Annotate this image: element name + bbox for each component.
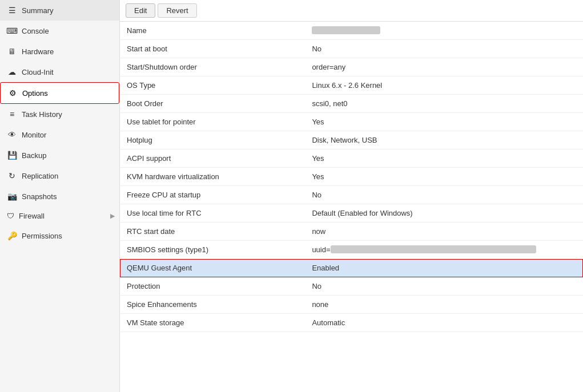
- sidebar-label-cloud-init: Cloud-Init: [22, 68, 54, 76]
- monitor-icon: 👁: [7, 130, 17, 140]
- option-value: Disk, Network, USB: [305, 131, 583, 149]
- snapshots-icon: 📷: [7, 191, 17, 201]
- table-row[interactable]: RTC start datenow: [120, 223, 583, 241]
- option-value: No: [305, 277, 583, 296]
- option-key: Boot Order: [120, 95, 305, 113]
- cloud-init-icon: ☁: [7, 67, 17, 77]
- option-key: Use tablet for pointer: [120, 113, 305, 131]
- table-row[interactable]: Use tablet for pointerYes: [120, 113, 583, 131]
- table-row[interactable]: KVM hardware virtualizationYes: [120, 168, 583, 186]
- table-row[interactable]: ACPI supportYes: [120, 149, 583, 168]
- sidebar-item-options[interactable]: ⚙Options: [0, 82, 119, 104]
- option-key: Name: [120, 22, 305, 40]
- sidebar-item-console[interactable]: ⌨Console: [0, 21, 119, 41]
- table-row[interactable]: Use local time for RTCDefault (Enabled f…: [120, 204, 583, 223]
- sidebar-item-firewall[interactable]: 🛡Firewall▶: [0, 207, 119, 225]
- table-row[interactable]: HotplugDisk, Network, USB: [120, 131, 583, 149]
- option-key: Protection: [120, 277, 305, 296]
- option-key: KVM hardware virtualization: [120, 168, 305, 186]
- option-key: ACPI support: [120, 149, 305, 168]
- sidebar-item-task-history[interactable]: ≡Task History: [0, 104, 119, 124]
- sidebar: ☰Summary⌨Console🖥Hardware☁Cloud-Init⚙Opt…: [0, 0, 120, 392]
- option-value: Default (Enabled for Windows): [305, 204, 583, 223]
- sidebar-item-hardware[interactable]: 🖥Hardware: [0, 41, 119, 62]
- option-value: none: [305, 296, 583, 314]
- sidebar-label-options: Options: [22, 89, 48, 98]
- option-value: Automatic: [305, 314, 583, 332]
- main-content: Edit Revert NamehiddenStart at bootNoSta…: [120, 0, 583, 392]
- sidebar-label-replication: Replication: [22, 172, 58, 180]
- options-table-container: NamehiddenStart at bootNoStart/Shutdown …: [120, 22, 583, 392]
- option-key: OS Type: [120, 76, 305, 95]
- revert-button[interactable]: Revert: [158, 3, 196, 18]
- sidebar-item-snapshots[interactable]: 📷Snapshots: [0, 186, 119, 207]
- hardware-icon: 🖥: [7, 46, 17, 56]
- option-key: RTC start date: [120, 223, 305, 241]
- option-key: Spice Enhancements: [120, 296, 305, 314]
- options-icon: ⚙: [7, 88, 18, 98]
- sidebar-item-monitor[interactable]: 👁Monitor: [0, 124, 119, 145]
- table-row[interactable]: QEMU Guest AgentEnabled: [120, 259, 583, 277]
- table-row[interactable]: Start at bootNo: [120, 40, 583, 58]
- option-value: Linux 6.x - 2.6 Kernel: [305, 76, 583, 95]
- option-value: now: [305, 223, 583, 241]
- sidebar-item-summary[interactable]: ☰Summary: [0, 0, 119, 21]
- option-key: QEMU Guest Agent: [120, 259, 305, 277]
- sidebar-label-summary: Summary: [22, 6, 54, 15]
- firewall-icon: 🛡: [7, 212, 14, 220]
- option-value: Yes: [305, 168, 583, 186]
- table-row[interactable]: SMBIOS settings (type1)uuid=hidden: [120, 241, 583, 259]
- table-row[interactable]: VM State storageAutomatic: [120, 314, 583, 332]
- summary-icon: ☰: [7, 5, 17, 15]
- option-value: uuid=hidden: [305, 241, 583, 259]
- option-value: hidden: [305, 22, 583, 40]
- options-table: NamehiddenStart at bootNoStart/Shutdown …: [120, 22, 583, 332]
- table-row[interactable]: Freeze CPU at startupNo: [120, 186, 583, 204]
- option-value: Yes: [305, 149, 583, 168]
- option-value: scsi0, net0: [305, 95, 583, 113]
- backup-icon: 💾: [7, 150, 17, 160]
- edit-button[interactable]: Edit: [126, 3, 155, 18]
- toolbar: Edit Revert: [120, 0, 583, 22]
- sidebar-item-permissions[interactable]: 🔑Permissions: [0, 225, 119, 246]
- sidebar-label-task-history: Task History: [22, 110, 62, 119]
- option-key: VM State storage: [120, 314, 305, 332]
- sidebar-label-hardware: Hardware: [22, 47, 54, 56]
- sidebar-item-backup[interactable]: 💾Backup: [0, 145, 119, 165]
- sidebar-label-backup: Backup: [22, 151, 46, 160]
- sidebar-label-firewall: Firewall: [19, 212, 45, 220]
- option-value: No: [305, 186, 583, 204]
- task-history-icon: ≡: [7, 109, 17, 119]
- option-value: No: [305, 40, 583, 58]
- sidebar-item-replication[interactable]: ↻Replication: [0, 165, 119, 186]
- console-icon: ⌨: [7, 26, 17, 36]
- sidebar-item-cloud-init[interactable]: ☁Cloud-Init: [0, 62, 119, 82]
- sidebar-label-console: Console: [22, 27, 49, 35]
- table-row[interactable]: OS TypeLinux 6.x - 2.6 Kernel: [120, 76, 583, 95]
- blurred-value: hidden: [312, 26, 380, 34]
- table-row[interactable]: Spice Enhancementsnone: [120, 296, 583, 314]
- table-row[interactable]: Boot Orderscsi0, net0: [120, 95, 583, 113]
- option-key: Hotplug: [120, 131, 305, 149]
- table-row[interactable]: Namehidden: [120, 22, 583, 40]
- option-value: Enabled: [305, 259, 583, 277]
- permissions-icon: 🔑: [7, 231, 17, 241]
- option-key: SMBIOS settings (type1): [120, 241, 305, 259]
- sidebar-label-monitor: Monitor: [22, 131, 46, 139]
- blurred-value: hidden: [331, 245, 536, 253]
- table-row[interactable]: ProtectionNo: [120, 277, 583, 296]
- option-key: Start/Shutdown order: [120, 58, 305, 76]
- option-key: Use local time for RTC: [120, 204, 305, 223]
- replication-icon: ↻: [7, 171, 17, 181]
- option-value: Yes: [305, 113, 583, 131]
- option-key: Freeze CPU at startup: [120, 186, 305, 204]
- sidebar-label-permissions: Permissions: [22, 232, 62, 240]
- sidebar-label-snapshots: Snapshots: [22, 192, 57, 201]
- option-value: order=any: [305, 58, 583, 76]
- option-key: Start at boot: [120, 40, 305, 58]
- chevron-right-icon: ▶: [110, 212, 115, 220]
- table-row[interactable]: Start/Shutdown orderorder=any: [120, 58, 583, 76]
